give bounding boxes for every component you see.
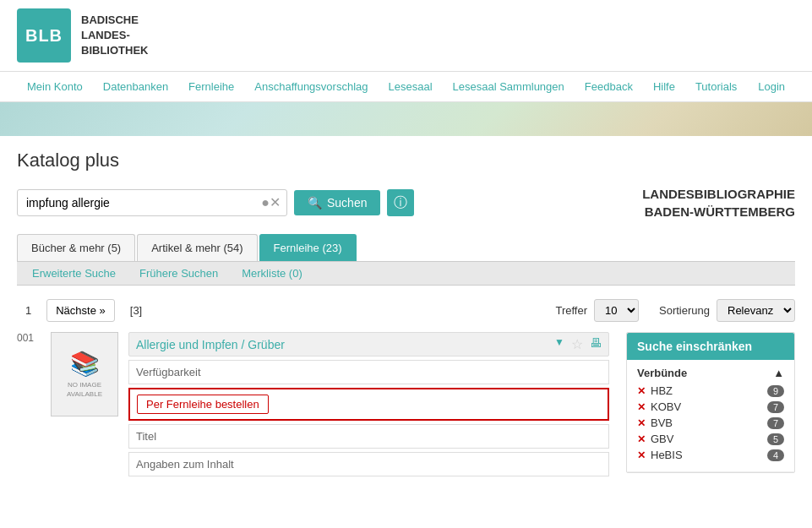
landesbib-line1: LANDESBIBLIOGRAPHIE xyxy=(642,185,795,203)
tab-main-0[interactable]: Bücher & mehr (5) xyxy=(17,234,135,261)
sort-icon[interactable]: ▲ xyxy=(773,367,784,379)
printer-icon[interactable]: 🖶 xyxy=(590,336,602,352)
filter-item-count: 9 xyxy=(767,385,784,397)
search-input-wrap: ●✕ xyxy=(17,189,287,216)
result-row-label: Titel xyxy=(136,430,156,443)
result-row-label: Verfügbarkeit xyxy=(136,366,201,378)
sub-tabs: Erweiterte SucheFrühere SuchenMerkliste … xyxy=(17,262,795,286)
tab-main-2[interactable]: Fernleihe (23) xyxy=(259,234,357,261)
nav-item-fernleihe[interactable]: Fernleihe xyxy=(178,72,244,101)
result-row-label: Angaben zum Inhalt xyxy=(136,458,234,471)
sidebar-sections: Verbünde▲✕HBZ9✕KOBV7✕BVB7✕GBV5✕HeBIS4 xyxy=(627,360,794,472)
search-clear-icon[interactable]: ●✕ xyxy=(261,196,281,210)
sub-tab-2[interactable]: Merkliste (0) xyxy=(230,262,314,285)
result-thumbnail: 📚 NO IMAGE AVAILABLE xyxy=(51,332,118,416)
filter-item-count: 4 xyxy=(767,449,784,461)
next-page-button[interactable]: Nächste » xyxy=(46,299,115,322)
search-button-label: Suchen xyxy=(327,196,367,210)
remove-filter-button[interactable]: ✕ xyxy=(637,417,646,429)
search-input[interactable] xyxy=(17,189,287,216)
nav-item-mein-konto[interactable]: Mein Konto xyxy=(17,72,93,101)
sidebar-section-title: Verbünde▲ xyxy=(637,367,784,379)
page-total: [3] xyxy=(122,300,150,321)
result-row-1: Per Fernleihe bestellen xyxy=(128,388,609,421)
sidebar-header: Suche einschränken xyxy=(627,333,794,360)
logo-area: BLB BADISCHE LANDES- BIBLIOTHEK xyxy=(17,8,148,63)
remove-filter-button[interactable]: ✕ xyxy=(637,449,646,461)
filter-item-label[interactable]: HeBIS xyxy=(651,449,762,461)
result-num: 001 xyxy=(17,332,41,480)
nav-item-anschaffungsvorschlag[interactable]: Anschaffungsvorschlag xyxy=(244,72,378,101)
logo-line2: LANDES- xyxy=(81,28,148,43)
sidebar-section-0: Verbünde▲✕HBZ9✕KOBV7✕BVB7✕GBV5✕HeBIS4 xyxy=(627,360,794,472)
logo-line1: BADISCHE xyxy=(81,13,148,28)
logo-text: BADISCHE LANDES- BIBLIOTHEK xyxy=(81,13,148,59)
result-title-row: Allergie und Impfen / Grüber ▼ ☆ 🖶 xyxy=(128,332,609,357)
info-button[interactable]: ⓘ xyxy=(387,189,414,216)
no-image-label: NO IMAGE AVAILABLE xyxy=(52,381,117,399)
nav-item-lesesaal[interactable]: Lesesaal xyxy=(379,72,443,101)
header: BLB BADISCHE LANDES- BIBLIOTHEK xyxy=(0,0,812,72)
results-col: 001 📚 NO IMAGE AVAILABLE Allergie und Im… xyxy=(17,332,609,497)
filter-item-count: 7 xyxy=(767,417,784,429)
remove-filter-button[interactable]: ✕ xyxy=(637,401,646,413)
sort-label: Sortierung xyxy=(659,304,710,317)
nav-list: Mein KontoDatenbankenFernleiheAnschaffun… xyxy=(17,72,795,101)
result-item: 001 📚 NO IMAGE AVAILABLE Allergie und Im… xyxy=(17,332,609,480)
nav: Mein KontoDatenbankenFernleiheAnschaffun… xyxy=(0,72,812,102)
landesbib-line2: BADEN-WÜRTTEMBERG xyxy=(642,203,795,220)
treffer-select[interactable]: 102050 xyxy=(594,299,639,322)
sidebar-filter-item-2: ✕BVB7 xyxy=(637,416,784,429)
filter-item-label[interactable]: KOBV xyxy=(651,400,762,413)
logo-line3: BIBLIOTHEK xyxy=(81,43,148,58)
sidebar-filter-item-1: ✕KOBV7 xyxy=(637,400,784,413)
sidebar-filter-item-4: ✕HeBIS4 xyxy=(637,449,784,461)
filter-item-count: 7 xyxy=(767,401,784,413)
result-row-2: Titel xyxy=(128,424,609,449)
sidebar-col: Suche einschränken Verbünde▲✕HBZ9✕KOBV7✕… xyxy=(626,332,795,497)
nav-item-hilfe[interactable]: Hilfe xyxy=(643,72,685,101)
content-area: 001 📚 NO IMAGE AVAILABLE Allergie und Im… xyxy=(17,332,795,497)
hero-band xyxy=(0,102,812,136)
search-area: ●✕ 🔍 Suchen ⓘ LANDESBIBLIOGRAPHIE BADEN-… xyxy=(17,185,795,220)
main-content: Katalog plus ●✕ 🔍 Suchen ⓘ LANDESBIBLIOG… xyxy=(0,136,812,510)
sort-select[interactable]: RelevanzJahrTitel xyxy=(717,299,795,322)
remove-filter-button[interactable]: ✕ xyxy=(637,433,646,445)
remove-filter-button[interactable]: ✕ xyxy=(637,385,646,397)
star-icon[interactable]: ☆ xyxy=(571,336,583,352)
page-current: 1 xyxy=(17,300,40,321)
result-row-3: Angaben zum Inhalt xyxy=(128,452,609,476)
page-title: Katalog plus xyxy=(17,150,795,171)
filter-item-count: 5 xyxy=(767,433,784,445)
treffer-label: Treffer xyxy=(555,304,587,317)
logo-abbr: BLB xyxy=(25,26,63,46)
nav-item-feedback[interactable]: Feedback xyxy=(575,72,643,101)
search-button[interactable]: 🔍 Suchen xyxy=(294,190,380,215)
landesbib: LANDESBIBLIOGRAPHIE BADEN-WÜRTTEMBERG xyxy=(642,185,795,220)
filter-item-label[interactable]: BVB xyxy=(651,416,762,429)
result-content: Allergie und Impfen / Grüber ▼ ☆ 🖶 Verfü… xyxy=(128,332,609,480)
nav-login[interactable]: Login xyxy=(748,72,795,101)
sub-tab-0[interactable]: Erweiterte Suche xyxy=(20,262,128,285)
sidebar-filter-item-3: ✕GBV5 xyxy=(637,433,784,445)
tab-main-1[interactable]: Artikel & mehr (54) xyxy=(137,234,257,261)
sidebar: Suche einschränken Verbünde▲✕HBZ9✕KOBV7✕… xyxy=(626,332,795,473)
order-button[interactable]: Per Fernleihe bestellen xyxy=(137,395,269,414)
nav-item-lesesaal-sammlungen[interactable]: Lesesaal Sammlungen xyxy=(443,72,575,101)
toggle-icon[interactable]: ▼ xyxy=(554,336,564,352)
search-icon: 🔍 xyxy=(308,196,322,210)
main-tabs: Bücher & mehr (5)Artikel & mehr (54)Fern… xyxy=(17,234,795,262)
filter-item-label[interactable]: GBV xyxy=(651,433,762,445)
book-spine-icon: 📚 xyxy=(70,350,100,378)
nav-item-datenbanken[interactable]: Datenbanken xyxy=(93,72,178,101)
sub-tab-1[interactable]: Frühere Suchen xyxy=(128,262,230,285)
result-title-link[interactable]: Allergie und Impfen / Grüber xyxy=(136,338,285,351)
sidebar-section-title-text: Verbünde xyxy=(637,367,687,379)
sidebar-filter-item-0: ✕HBZ9 xyxy=(637,384,784,397)
logo-box: BLB xyxy=(17,8,71,63)
results-controls: 1 Nächste » [3] Treffer 102050 Sortierun… xyxy=(17,299,795,322)
filter-item-label[interactable]: HBZ xyxy=(651,384,762,397)
result-row-0: Verfügbarkeit xyxy=(128,360,609,384)
nav-item-tutorials[interactable]: Tutorials xyxy=(685,72,747,101)
